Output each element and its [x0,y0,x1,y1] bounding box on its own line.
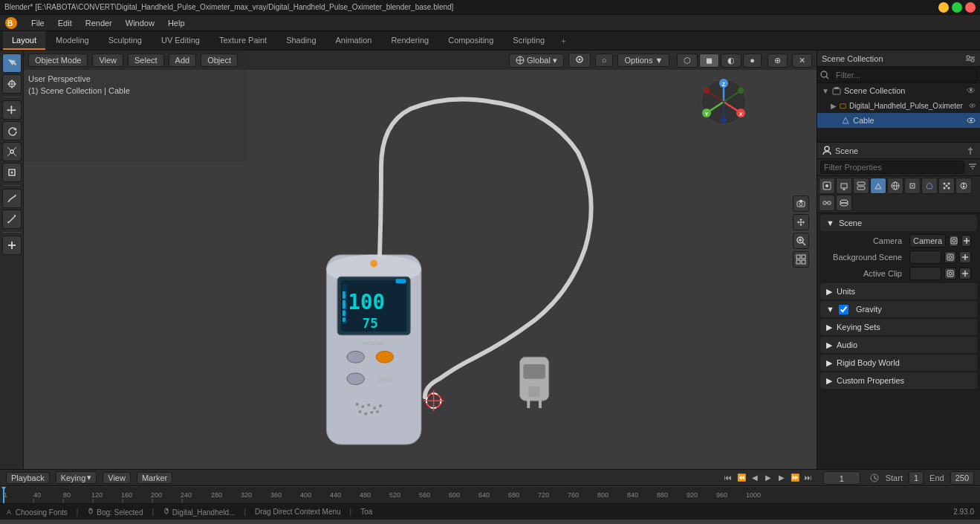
props-tab-view-layer[interactable] [853,178,869,194]
tool-transform[interactable] [2,163,22,182]
outliner-cable[interactable]: Cable [817,113,980,128]
minimize-button[interactable] [938,2,949,13]
units-section-header[interactable]: ▶ Units [820,283,977,300]
add-workspace-button[interactable]: + [555,31,571,50]
xray-toggle[interactable]: ✕ [792,54,812,68]
menu-file[interactable]: File [25,17,51,29]
orientation-gizmo[interactable]: Z X Y [698,76,750,129]
tool-cursor[interactable] [2,74,22,94]
tool-scale[interactable] [2,142,22,161]
props-tab-constraints[interactable] [819,195,835,211]
tab-shading[interactable]: Shading [277,31,325,50]
gravity-section-header[interactable]: ▼ Gravity [820,301,977,317]
menu-render[interactable]: Render [79,17,118,29]
step-back-button[interactable]: ◀ [749,472,761,484]
menu-window[interactable]: Window [120,17,160,29]
tab-sculpting[interactable]: Sculpting [100,31,151,50]
tab-uv-editing[interactable]: UV Editing [152,31,209,50]
start-frame-value[interactable]: 1 [909,471,924,485]
toggle-quad-view[interactable] [793,251,809,268]
custom-props-header[interactable]: ▶ Custom Properties [820,372,977,389]
frame-indicator[interactable]: 1 [823,471,860,485]
outliner-filter-input[interactable] [832,68,977,82]
jump-end-button[interactable]: ⏭ [802,472,814,484]
bg-scene-picker-btn[interactable] [944,251,956,263]
cable-eye-icon[interactable] [967,116,976,125]
tab-texture-paint[interactable]: Texture Paint [210,31,276,50]
tool-measure[interactable] [2,210,22,229]
jump-start-button[interactable]: ⏮ [722,472,734,484]
tab-compositing[interactable]: Compositing [439,31,502,50]
tab-scripting[interactable]: Scripting [504,31,554,50]
menu-help[interactable]: Help [162,17,191,29]
bg-scene-new-btn[interactable] [959,251,971,263]
properties-search-input[interactable] [820,161,964,174]
end-frame-value[interactable]: 250 [950,471,974,485]
props-tab-physics[interactable] [955,178,972,194]
audio-section-header[interactable]: ▶ Audio [820,337,977,353]
jump-next-key-button[interactable]: ⏩ [789,472,801,484]
outliner-scene-collection[interactable]: ▼ Scene Collection 👁 [817,83,980,98]
keying-menu[interactable]: Keying ▾ [56,471,97,484]
gravity-checkbox[interactable] [839,305,848,314]
keying-sets-header[interactable]: ▶ Keying Sets [820,319,977,335]
playback-menu[interactable]: Playback [6,472,50,484]
timeline-track[interactable]: 1 40 80 120 160 200 240 280 320 360 400 … [0,486,980,503]
camera-new-btn[interactable] [961,235,971,247]
tab-layout[interactable]: Layout [3,31,45,50]
object-mode-dropdown[interactable]: Object Mode [28,54,88,67]
props-tab-particles[interactable] [938,178,955,194]
props-tab-scene[interactable] [870,178,886,194]
marker-menu[interactable]: Marker [137,472,172,484]
filter-icon[interactable] [965,54,976,64]
rigid-body-header[interactable]: ▶ Rigid Body World [820,355,977,371]
camera-picker-btn[interactable] [949,235,958,247]
tool-annotate[interactable] [2,189,22,208]
rendered-shading[interactable]: ● [743,54,762,68]
props-tab-data[interactable] [836,195,852,211]
material-preview[interactable]: ◐ [721,54,742,68]
props-filter-icon[interactable] [967,161,978,173]
view-menu[interactable]: View [92,54,123,67]
tab-animation[interactable]: Animation [327,31,381,50]
props-tab-modifier[interactable] [921,178,938,194]
tool-select[interactable] [2,54,22,73]
zoom-view-button[interactable] [793,233,809,249]
add-menu[interactable]: Add [169,54,197,67]
tab-rendering[interactable]: Rendering [382,31,438,50]
props-tab-world[interactable] [887,178,903,194]
move-view-button[interactable] [793,214,809,230]
tab-modeling[interactable]: Modeling [47,31,98,50]
transform-orientation[interactable]: Global ▾ [509,54,564,68]
tool-rotate[interactable] [2,121,22,140]
visibility-eye-icon[interactable] [969,101,976,110]
props-tab-output[interactable] [836,178,852,194]
active-clip-picker-btn[interactable] [944,268,956,279]
proportional-edit[interactable]: ○ [595,54,614,67]
tool-move[interactable] [2,100,22,120]
scene-collection-eye[interactable]: 👁 [967,85,976,96]
viewport-3d[interactable]: 100 75 accurate SPO2 [24,51,817,469]
snap-toggle[interactable] [568,53,591,68]
active-clip-value[interactable] [909,267,941,280]
wireframe-shading[interactable]: ⬡ [677,54,698,68]
step-forward-button[interactable]: ▶ [776,472,788,484]
pin-icon[interactable] [965,146,976,156]
bg-scene-value[interactable] [909,250,941,264]
props-tab-render[interactable] [819,178,835,194]
tool-add[interactable] [2,236,22,255]
jump-prev-key-button[interactable]: ⏪ [736,472,747,484]
play-button[interactable]: ▶ [762,472,774,484]
camera-view-button[interactable] [793,195,809,212]
solid-shading[interactable]: ◼ [699,54,719,68]
select-menu[interactable]: Select [128,54,164,67]
viewport-options[interactable]: Options ▼ [617,54,669,67]
maximize-button[interactable] [952,2,962,13]
menu-edit[interactable]: Edit [52,17,78,29]
object-menu[interactable]: Object [201,54,238,67]
outliner-digital-handheld[interactable]: ▶ Digital_Handheld_Pulse_Oximeter [817,98,980,113]
props-tab-object[interactable] [904,178,921,194]
scene-section-header[interactable]: ▼ Scene [820,215,977,231]
close-button[interactable] [965,2,976,13]
active-clip-new-btn[interactable] [959,268,971,279]
